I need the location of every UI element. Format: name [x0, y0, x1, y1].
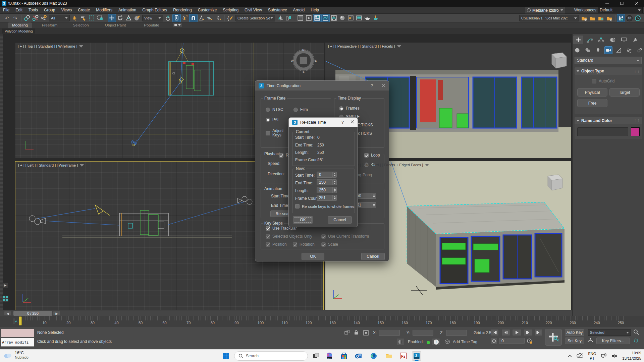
save-file-icon[interactable] — [617, 14, 625, 22]
menu-animation[interactable]: Animation — [115, 7, 139, 13]
key-mode-toggle-icon[interactable] — [491, 338, 497, 345]
object-color-swatch[interactable] — [631, 127, 640, 136]
3dsmax-taskbar-icon[interactable]: 3 — [412, 351, 421, 361]
render-production-teapot-icon[interactable] — [363, 14, 372, 22]
rescale-ok-button[interactable]: OK — [293, 216, 313, 224]
tab-motion-icon[interactable] — [607, 36, 618, 44]
free-camera-button[interactable]: Free — [577, 99, 607, 107]
category-systems-icon[interactable] — [635, 46, 644, 54]
menu-group[interactable]: Group — [41, 7, 58, 13]
object-name-input[interactable] — [577, 127, 628, 136]
selected-objects-row[interactable]: Selected Objects Only — [266, 234, 312, 239]
category-shapes-icon[interactable] — [584, 46, 592, 54]
menu-customize[interactable]: Customize — [195, 7, 220, 13]
add-time-tag[interactable]: Add Time Tag — [453, 340, 477, 344]
name-color-header[interactable]: Name and Color ⋮⋮ — [575, 117, 642, 124]
keyboard-shortcut-override-icon[interactable]: 3? — [181, 14, 189, 22]
volume-muted-icon[interactable] — [611, 354, 618, 358]
select-object-icon[interactable] — [71, 14, 79, 22]
whole-frames-checkbox[interactable] — [295, 204, 300, 208]
rendered-frame-window-icon[interactable] — [355, 14, 363, 22]
rotation-row[interactable]: Rotation — [293, 242, 315, 247]
redo-button[interactable]: ↷ — [11, 14, 19, 22]
ribbon-tab-selection[interactable]: Selection — [69, 22, 93, 28]
menu-file[interactable]: File — [0, 7, 12, 13]
render-in-cloud-teapot-icon[interactable] — [372, 14, 380, 22]
undo-button[interactable]: ↶ — [3, 14, 11, 22]
viewport-layout-tabs-icon[interactable] — [2, 295, 9, 302]
loop-row[interactable]: Loop — [364, 153, 380, 158]
category-lights-icon[interactable] — [594, 46, 602, 54]
frames-radio-row[interactable]: Frames — [339, 106, 360, 111]
toggle-scene-explorer-icon[interactable] — [296, 14, 305, 22]
selection-filter-dropdown[interactable]: All — [49, 15, 70, 21]
menu-arnold[interactable]: Arnold — [290, 7, 308, 13]
viewport-left-label-row[interactable]: [ + ] [ Left ] [ Standard ] [ Wireframe … — [18, 163, 84, 167]
mirror-icon[interactable] — [276, 14, 284, 22]
percent-snap-toggle-icon[interactable]: % — [206, 14, 214, 22]
category-cameras-icon[interactable] — [604, 46, 613, 54]
menu-tools[interactable]: Tools — [25, 7, 41, 13]
menu-modifiers[interactable]: Modifiers — [93, 7, 115, 13]
maxscript-listener-output[interactable] — [1, 329, 34, 337]
key-tangent-icon[interactable] — [587, 338, 594, 344]
menu-scripting[interactable]: Scripting — [220, 7, 241, 13]
autogrid-checkbox[interactable] — [592, 79, 596, 83]
select-and-move-icon[interactable] — [108, 14, 116, 22]
import-folder-icon[interactable] — [597, 14, 605, 22]
whole-frames-row[interactable]: Re-scale keys to whole frames — [295, 204, 355, 208]
set-keys-button[interactable] — [545, 329, 562, 346]
next-frame-button[interactable] — [524, 329, 532, 336]
tab-hierarchy-icon[interactable] — [596, 36, 606, 44]
close-dialog-button[interactable] — [351, 120, 354, 125]
menu-civil-view[interactable]: Civil View — [241, 7, 265, 13]
target-camera-button[interactable]: Target — [609, 88, 640, 97]
viewport-top-label-row[interactable]: [ + ] [ Top ] [ Standard ] [ Wireframe ] — [18, 44, 83, 48]
user-account-menu[interactable]: Mebiane Izidro — [525, 7, 565, 13]
curve-editor-icon[interactable] — [321, 14, 330, 22]
close-dialog-button[interactable] — [382, 83, 385, 88]
object-type-header[interactable]: Object Type ⋮⋮ — [575, 67, 642, 75]
time-config-ok-button[interactable]: OK — [302, 253, 324, 260]
time-slider[interactable]: 0 / 250 — [13, 311, 52, 316]
mini-curve-editor-icon[interactable] — [12, 317, 19, 325]
taskbar-weather-widget[interactable]: 16°CNublado — [3, 351, 29, 359]
go-to-start-button[interactable] — [491, 329, 499, 336]
file-explorer-icon[interactable] — [384, 351, 393, 361]
go-to-end-button[interactable] — [534, 329, 542, 336]
task-view-icon[interactable] — [311, 351, 321, 361]
menu-substance[interactable]: Substance — [265, 7, 290, 13]
menu-edit[interactable]: Edit — [12, 7, 25, 13]
position-row[interactable]: Position — [266, 242, 287, 247]
camera-type-dropdown[interactable]: Standard — [575, 57, 642, 64]
tab-create-icon[interactable] — [573, 36, 583, 44]
ribbon-tab-object-paint[interactable]: Object Paint — [101, 22, 130, 28]
ribbon-tab-populate[interactable]: Populate — [140, 22, 163, 28]
help-button[interactable]: ? — [371, 83, 373, 88]
zoom-icon[interactable] — [633, 329, 639, 335]
snaps-toggle-icon[interactable] — [189, 14, 198, 22]
taskbar-search[interactable]: Search — [234, 351, 308, 361]
ribbon-minimize-dropdown[interactable] — [173, 23, 182, 27]
reference-coordinate-dropdown[interactable]: View — [142, 15, 163, 21]
isolate-selection-icon[interactable] — [344, 330, 350, 336]
maxscript-listener-input[interactable]: Array modifi — [1, 338, 34, 347]
menu-views[interactable]: Views — [58, 7, 75, 13]
time-configuration-icon[interactable] — [527, 338, 533, 344]
ntsc-radio-row[interactable]: NTSC — [266, 107, 283, 112]
menu-create[interactable]: Create — [75, 7, 93, 13]
rectangular-selection-region-icon[interactable] — [88, 14, 96, 22]
ribbon-tab-freeform[interactable]: Freeform — [38, 22, 62, 28]
edit-named-selection-sets-icon[interactable]: { — [226, 14, 234, 22]
open-folder-icon[interactable] — [588, 14, 597, 22]
close-button[interactable] — [629, 0, 644, 7]
previous-frame-button[interactable] — [501, 329, 510, 336]
rescale-cancel-button[interactable]: Cancel — [328, 216, 352, 224]
selection-lock-icon[interactable] — [354, 330, 359, 335]
auto-key-button[interactable]: Auto Key — [565, 329, 584, 336]
category-helpers-icon[interactable] — [614, 46, 623, 54]
new-start-spinner[interactable]: 0 — [317, 172, 337, 178]
time-tag-cube-icon[interactable] — [445, 339, 450, 344]
frame-rate-badge[interactable]: 1 — [432, 339, 440, 345]
spinner-snap-toggle-icon[interactable] — [214, 14, 223, 22]
